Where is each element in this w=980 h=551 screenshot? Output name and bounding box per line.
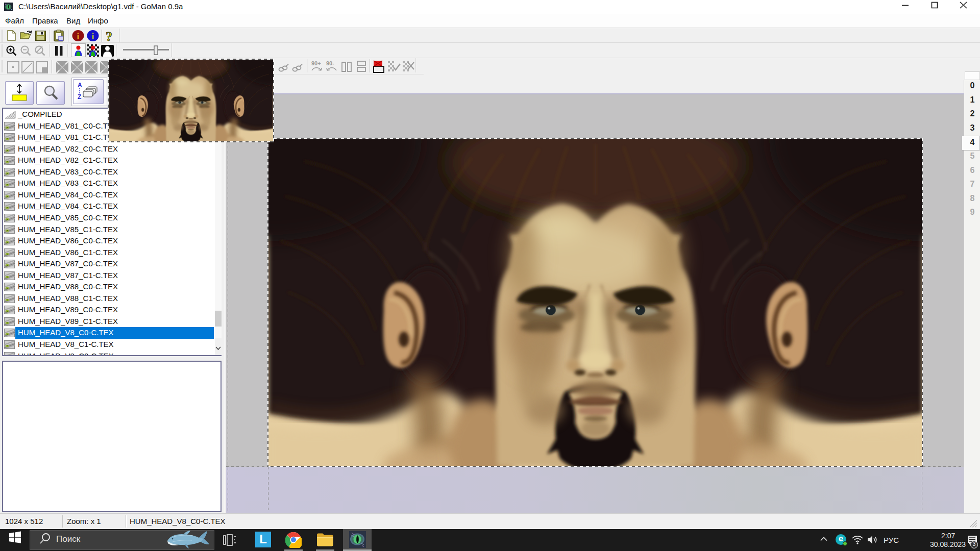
svg-text:i: i: [91, 31, 94, 41]
svg-text:i: i: [77, 31, 79, 41]
svg-text:?: ?: [106, 29, 112, 44]
svg-text:90-: 90-: [326, 60, 334, 66]
svg-text:A: A: [78, 82, 82, 89]
svg-text:Z: Z: [78, 93, 81, 101]
svg-text:90+: 90+: [311, 60, 321, 66]
